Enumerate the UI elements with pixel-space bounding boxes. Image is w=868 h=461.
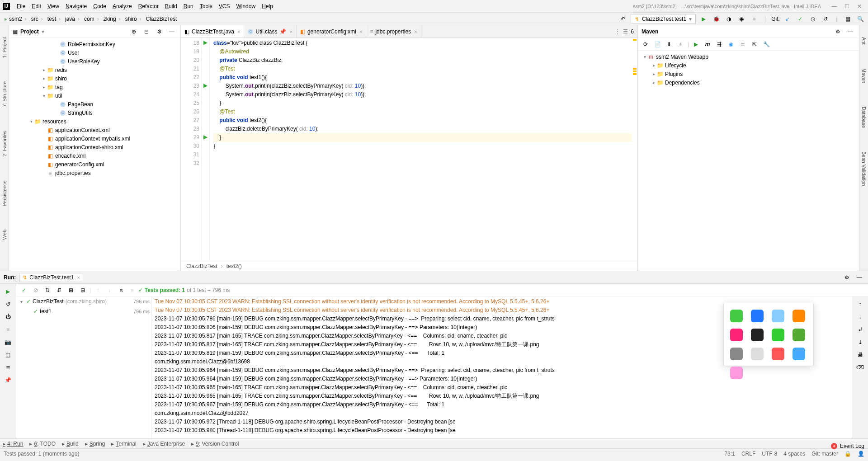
git-branch[interactable]: Git: master xyxy=(811,451,838,457)
menu-analyze[interactable]: Analyze xyxy=(109,2,135,11)
menu-navigate[interactable]: Navigate xyxy=(62,2,90,11)
tray-app-5[interactable] xyxy=(730,329,743,341)
layout-icon[interactable]: ◫ xyxy=(3,350,13,360)
tree-node[interactable]: ◧ehcache.xml xyxy=(9,151,180,160)
vcs-commit-icon[interactable]: ✓ xyxy=(795,14,805,24)
close-icon[interactable]: × xyxy=(289,29,292,34)
tray-app-7[interactable] xyxy=(772,329,784,341)
rerun-icon[interactable]: ▶ xyxy=(3,287,13,296)
hide-icon[interactable]: — xyxy=(845,27,855,37)
maven-Plugins[interactable]: ▸📁Plugins xyxy=(638,70,859,78)
menu-view[interactable]: View xyxy=(44,2,62,11)
menu-run[interactable]: Run xyxy=(180,2,197,11)
collapse-icon[interactable]: ⊟ xyxy=(78,285,88,295)
crumb-zking[interactable]: zking xyxy=(100,16,118,22)
close-icon[interactable]: × xyxy=(237,29,240,34)
code-editor[interactable]: class="kw">public class ClazzBizTest { @… xyxy=(210,38,632,261)
tray-app-13[interactable] xyxy=(730,367,743,379)
project-tree[interactable]: CRolePermissionKeyCUserCUserRoleKey▸📁red… xyxy=(9,38,180,271)
down-icon[interactable]: ↓ xyxy=(855,312,865,322)
breadcrumb-class[interactable]: ClazzBizTest xyxy=(186,263,217,269)
vcs-update-icon[interactable]: ↙ xyxy=(783,14,793,24)
wrap-icon[interactable]: ↲ xyxy=(855,325,865,334)
install-icon[interactable]: ⇶ xyxy=(714,39,724,49)
tree-node[interactable]: ▾📁util xyxy=(9,91,180,100)
down-icon[interactable]: ↓ xyxy=(104,285,114,295)
bottom-tab-Spring[interactable]: ▸Spring xyxy=(85,441,105,447)
collapse-all-icon[interactable]: ⇱ xyxy=(750,39,760,49)
dump-icon[interactable]: 📷 xyxy=(3,337,13,347)
tray-app-10[interactable] xyxy=(751,348,764,360)
test-tree[interactable]: ▾✓ClazzBizTest (com.zking.shiro)796 ms✓t… xyxy=(16,296,152,438)
vcs-history-icon[interactable]: ◷ xyxy=(808,14,818,24)
sidetab-7: Structure[interactable]: 7: Structure xyxy=(1,79,8,110)
sort-icon[interactable]: ⇅ xyxy=(42,285,52,295)
tree-node[interactable]: CUserRoleKey xyxy=(9,57,180,66)
rerun-failed-icon[interactable]: ↺ xyxy=(3,299,13,309)
debug-icon[interactable]: 🐞 xyxy=(711,14,721,24)
bottom-tab-Java Enterprise[interactable]: ▸Java Enterprise xyxy=(143,441,185,447)
tab-Util.class[interactable]: CUtil.class📌× xyxy=(244,25,296,38)
stop-icon[interactable]: ■ xyxy=(749,14,759,24)
add-icon[interactable]: ＋ xyxy=(676,39,686,49)
sidetab-2: Favorites[interactable]: 2: Favorites xyxy=(1,128,8,159)
menu-window[interactable]: Window xyxy=(233,2,259,11)
sidetab-Web[interactable]: Web xyxy=(1,227,8,242)
tree-node[interactable]: ▾📁resources xyxy=(9,117,180,126)
encoding[interactable]: UTF-8 xyxy=(762,451,777,457)
coverage-icon[interactable]: ◑ xyxy=(724,14,734,24)
maven-Lifecycle[interactable]: ▸📁Lifecycle xyxy=(638,61,859,70)
tab-jdbc.properties[interactable]: ≡jdbc.properties× xyxy=(366,25,421,38)
crumb-shiro[interactable]: shiro xyxy=(122,16,139,22)
gear-icon[interactable]: ⚙ xyxy=(154,27,164,37)
chevron-down-icon[interactable]: ▾ xyxy=(42,28,44,35)
menu-refactor[interactable]: Refactor xyxy=(135,2,162,11)
menu-build[interactable]: Build xyxy=(162,2,180,11)
download-icon[interactable]: ⬇ xyxy=(664,39,674,49)
menu-file[interactable]: File xyxy=(14,2,28,11)
m-icon[interactable]: m xyxy=(703,39,712,49)
skip-icon[interactable]: ≣ xyxy=(738,39,748,49)
close-icon[interactable]: × xyxy=(359,29,362,34)
close-icon[interactable]: ✕ xyxy=(856,3,863,9)
crumb-test[interactable]: test xyxy=(44,16,58,22)
show-ignored-icon[interactable]: ⊘ xyxy=(31,285,41,295)
breadcrumb-method[interactable]: test2() xyxy=(226,263,242,269)
tray-app-3[interactable] xyxy=(772,310,784,322)
minimize-icon[interactable]: — xyxy=(831,3,837,9)
back-icon[interactable]: ↶ xyxy=(618,14,628,24)
tray-app-12[interactable] xyxy=(793,348,805,360)
vcs-revert-icon[interactable]: ↺ xyxy=(821,14,830,24)
menu-help[interactable]: Help xyxy=(259,2,276,11)
menu-tools[interactable]: Tools xyxy=(197,2,216,11)
tree-node[interactable]: CPageBean xyxy=(9,100,180,108)
crumb-ClazzBizTest[interactable]: ClazzBizTest xyxy=(142,16,179,22)
export-icon[interactable]: ⎋ xyxy=(116,285,126,295)
crumb-ssm2[interactable]: ▸ssm2 xyxy=(3,16,24,22)
clear-icon[interactable]: ⌫ xyxy=(855,362,865,372)
pin-icon[interactable]: 📌 xyxy=(3,375,13,385)
sidetab-Persistence[interactable]: Persistence xyxy=(1,178,8,209)
print-icon[interactable]: 🖶 xyxy=(855,350,865,360)
tree-node[interactable]: ◧applicationContext.xml xyxy=(9,126,180,134)
tray-app-11[interactable] xyxy=(772,348,784,360)
reload-icon[interactable]: ⟳ xyxy=(641,39,651,49)
tree-node[interactable]: CUser xyxy=(9,48,180,57)
show-passed-icon[interactable]: ✓ xyxy=(19,285,29,295)
up-icon[interactable]: ↑ xyxy=(93,285,103,295)
caret-position[interactable]: 73:1 xyxy=(725,451,735,457)
expand-icon[interactable]: ⊞ xyxy=(66,285,76,295)
tray-app-4[interactable] xyxy=(793,310,805,322)
maven-Dependencies[interactable]: ▸📁Dependencies xyxy=(638,78,859,87)
tree-node[interactable]: ◧applicationContext-shiro.xml xyxy=(9,143,180,151)
close-icon[interactable]: × xyxy=(414,29,417,34)
hide-icon[interactable]: — xyxy=(854,273,864,282)
toggle-icon[interactable]: ⏻ xyxy=(3,312,13,322)
floating-app-tray[interactable] xyxy=(723,303,814,366)
gear-icon[interactable]: ⚙ xyxy=(833,27,843,37)
bottom-tab-9: Version Control[interactable]: ▸9: Version Control xyxy=(191,441,239,447)
settings-icon[interactable]: ≣ xyxy=(3,362,13,372)
test-row[interactable]: ✓test1796 ms xyxy=(16,306,151,316)
sidetab-Ant[interactable]: Ant xyxy=(860,34,868,47)
sidetab-Bean Validation[interactable]: Bean Validation xyxy=(860,149,868,188)
